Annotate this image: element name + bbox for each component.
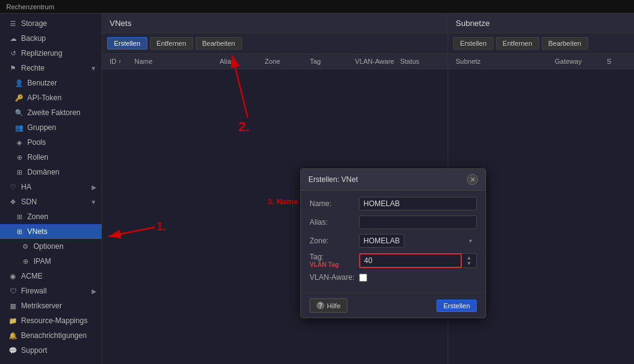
content-area: VNets Erstellen Entfernen Bearbeiten ID … bbox=[102, 14, 634, 364]
sidebar-item-zweite-faktoren[interactable]: 🔍 Zweite Faktoren bbox=[0, 105, 102, 120]
sdn-icon: ❖ bbox=[9, 198, 17, 206]
storage-icon: ☰ bbox=[9, 20, 17, 28]
zone-label: Zone: bbox=[310, 236, 359, 245]
vlan-aware-label: VLAN-Aware: bbox=[310, 273, 359, 282]
tag-input[interactable] bbox=[359, 253, 462, 268]
vlan-aware-checkbox[interactable] bbox=[359, 274, 367, 282]
resource-mappings-icon: 📁 bbox=[9, 317, 17, 325]
col-gateway: Gateway bbox=[552, 56, 604, 66]
sidebar-item-optionen[interactable]: ⚙ Optionen bbox=[0, 239, 102, 254]
modal-close-button[interactable]: ✕ bbox=[467, 174, 478, 185]
sidebar-item-firewall[interactable]: 🛡 Firewall ▶ bbox=[0, 284, 102, 298]
zonen-icon: ⊞ bbox=[15, 213, 24, 221]
submit-button[interactable]: Erstellen bbox=[436, 300, 477, 312]
optionen-icon: ⚙ bbox=[21, 243, 30, 251]
vnets-bearbeiten-button[interactable]: Bearbeiten bbox=[196, 37, 242, 50]
zone-row: Zone: HOMELAB bbox=[310, 234, 477, 248]
col-vlan-aware: VLAN-Aware bbox=[352, 56, 397, 66]
ipam-icon: ⊕ bbox=[21, 258, 30, 266]
sidebar-item-storage[interactable]: ☰ Storage bbox=[0, 16, 102, 31]
help-icon: ? bbox=[316, 301, 324, 310]
sidebar-label-ipam: IPAM bbox=[33, 257, 51, 266]
col-id: ID ↑ bbox=[107, 56, 132, 66]
sidebar-item-ipam[interactable]: ⊕ IPAM bbox=[0, 254, 102, 269]
zweite-faktoren-icon: 🔍 bbox=[15, 109, 24, 117]
sidebar-item-api-token[interactable]: 🔑 API-Token bbox=[0, 90, 102, 105]
sidebar-item-gruppen[interactable]: 👥 Gruppen bbox=[0, 120, 102, 135]
modal-header: Erstellen: VNet ✕ bbox=[301, 169, 485, 191]
alias-input[interactable] bbox=[359, 215, 477, 229]
tag-spinner[interactable]: ▲ ▼ bbox=[462, 253, 477, 268]
sidebar-label-metrikserver: Metrikserver bbox=[21, 301, 62, 310]
top-bar-title: Rechenzentrum bbox=[6, 3, 54, 11]
zone-select-wrapper: HOMELAB bbox=[359, 234, 477, 248]
sidebar-item-acme[interactable]: ◉ ACME bbox=[0, 269, 102, 284]
sidebar-item-benutzer[interactable]: 👤 Benutzer bbox=[0, 76, 102, 90]
subnets-panel-title: Subnetze bbox=[448, 14, 634, 33]
sidebar-item-ha[interactable]: ♡ HA ▶ bbox=[0, 180, 102, 194]
tag-main-label: Tag: bbox=[310, 253, 359, 261]
sidebar-item-sdn[interactable]: ❖ SDN ▼ bbox=[0, 194, 102, 209]
vnets-panel-title: VNets bbox=[102, 14, 448, 33]
subnets-bearbeiten-button[interactable]: Bearbeiten bbox=[542, 37, 588, 50]
sidebar-item-support[interactable]: 💬 Support bbox=[0, 343, 102, 358]
spinner-down: ▼ bbox=[467, 261, 472, 266]
sidebar-item-vnets[interactable]: ⊞ VNets bbox=[0, 224, 102, 239]
domanen-icon: ⊞ bbox=[15, 168, 24, 176]
help-button[interactable]: ? Hilfe bbox=[310, 298, 347, 313]
sidebar-item-pools[interactable]: ◈ Pools bbox=[0, 135, 102, 150]
sidebar-label-zweite-faktoren: Zweite Faktoren bbox=[27, 108, 80, 117]
zone-select[interactable]: HOMELAB bbox=[359, 234, 404, 248]
sidebar-label-resource-mappings: Resource-Mappings bbox=[21, 316, 87, 325]
col-name: Name bbox=[132, 56, 217, 66]
rechte-icon: ⚑ bbox=[9, 64, 17, 72]
subnets-table-header: Subnetz Gateway S bbox=[448, 54, 634, 69]
api-token-icon: 🔑 bbox=[15, 94, 24, 102]
sidebar-item-rechte[interactable]: ⚑ Rechte ▼ bbox=[0, 61, 102, 76]
modal-footer: ? Hilfe Erstellen bbox=[301, 293, 485, 318]
sidebar-label-gruppen: Gruppen bbox=[27, 123, 56, 132]
ha-icon: ♡ bbox=[9, 183, 17, 191]
sidebar-item-zonen[interactable]: ⊞ Zonen bbox=[0, 209, 102, 224]
name-input[interactable] bbox=[359, 197, 477, 210]
benachrichtigungen-icon: 🔔 bbox=[9, 332, 17, 340]
subnets-entfernen-button[interactable]: Entfernen bbox=[496, 37, 539, 50]
alias-label: Alias: bbox=[310, 218, 359, 227]
sidebar-label-sdn: SDN bbox=[21, 197, 37, 206]
pools-icon: ◈ bbox=[15, 139, 24, 147]
sidebar-item-replizierung[interactable]: ↺ Replizierung bbox=[0, 46, 102, 61]
col-status: Status bbox=[397, 56, 443, 66]
backup-icon: ☁ bbox=[9, 35, 17, 43]
benutzer-icon: 👤 bbox=[15, 79, 24, 87]
alias-row: Alias: bbox=[310, 215, 477, 229]
col-s: S bbox=[604, 56, 629, 66]
vnets-icon: ⊞ bbox=[15, 228, 24, 236]
tag-label-group: Tag: VLAN Tag bbox=[310, 253, 359, 268]
vlan-aware-row: VLAN-Aware: bbox=[310, 273, 477, 282]
col-alias: Alias bbox=[217, 56, 263, 66]
name-row: Name: bbox=[310, 197, 477, 210]
sidebar-label-firewall: Firewall bbox=[21, 287, 46, 295]
col-zone: Zone bbox=[263, 56, 308, 66]
tag-sub-label: VLAN Tag bbox=[310, 261, 359, 268]
sidebar-label-benachrichtigungen: Benachrichtigungen bbox=[21, 331, 87, 340]
sidebar-item-resource-mappings[interactable]: 📁 Resource-Mappings bbox=[0, 313, 102, 328]
sidebar-item-rollen[interactable]: ⊕ Rollen bbox=[0, 150, 102, 165]
top-bar: Rechenzentrum bbox=[0, 0, 634, 14]
sidebar-item-benachrichtigungen[interactable]: 🔔 Benachrichtigungen bbox=[0, 328, 102, 343]
vnets-erstellen-button[interactable]: Erstellen bbox=[107, 37, 147, 50]
sidebar-label-domanen: Domänen bbox=[27, 168, 59, 176]
replizierung-icon: ↺ bbox=[9, 50, 17, 58]
rechte-arrow: ▼ bbox=[90, 65, 97, 72]
subnets-erstellen-button[interactable]: Erstellen bbox=[453, 37, 493, 50]
sidebar-label-acme: ACME bbox=[21, 272, 43, 280]
sidebar-item-domanen[interactable]: ⊞ Domänen bbox=[0, 165, 102, 180]
subnets-toolbar: Erstellen Entfernen Bearbeiten bbox=[448, 33, 634, 54]
sidebar-item-metrikserver[interactable]: ▦ Metrikserver bbox=[0, 298, 102, 313]
sidebar-label-support: Support bbox=[21, 346, 47, 355]
sidebar-item-backup[interactable]: ☁ Backup bbox=[0, 31, 102, 46]
vnets-entfernen-button[interactable]: Entfernen bbox=[150, 37, 193, 50]
sidebar-label-rechte: Rechte bbox=[21, 64, 45, 72]
sidebar: ☰ Storage ☁ Backup ↺ Replizierung ⚑ Rech… bbox=[0, 14, 102, 364]
help-label: Hilfe bbox=[327, 302, 341, 310]
